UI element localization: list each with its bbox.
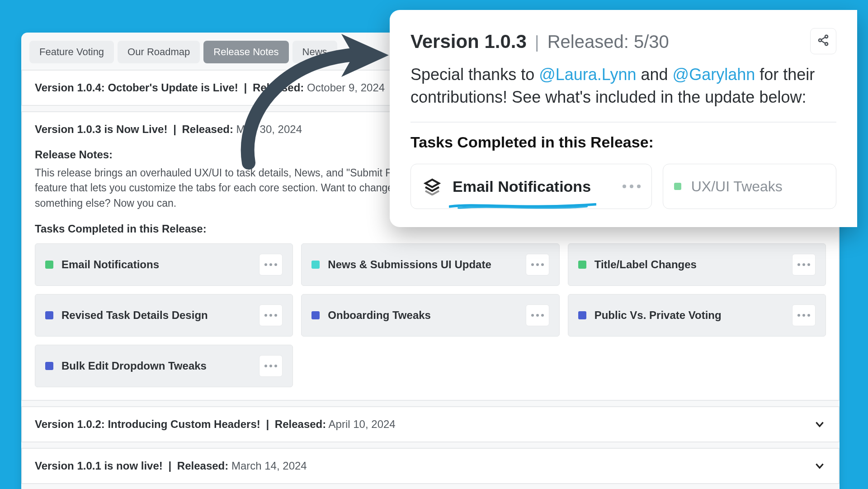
task-card[interactable]: Title/Label Changes [568, 243, 826, 286]
detail-task-card[interactable]: Email Notifications [410, 164, 652, 209]
detail-description: Special thanks to @Laura.Lynn and @Garyl… [410, 63, 836, 108]
release-date: October 9, 2024 [307, 81, 385, 94]
status-swatch [45, 261, 53, 269]
more-options-button[interactable] [623, 185, 641, 188]
more-options-button[interactable] [526, 304, 549, 326]
released-label: Released: [253, 81, 304, 94]
mention-link[interactable]: @Garylahn [673, 65, 755, 84]
task-card[interactable]: Email Notifications [35, 243, 293, 286]
release-title: Version 1.0.2: Introducing Custom Header… [35, 418, 260, 430]
task-card[interactable]: News & Submissions UI Update [301, 243, 559, 286]
task-name: Title/Label Changes [594, 258, 697, 271]
more-options-button[interactable] [259, 355, 283, 377]
highlight-underline-icon [449, 195, 596, 203]
status-swatch [674, 183, 681, 190]
release-date: April 10, 2024 [329, 418, 396, 430]
task-card[interactable]: Public Vs. Private Voting [568, 294, 826, 337]
status-swatch [311, 311, 320, 319]
release-title: Version 1.0.1 is now live! [35, 460, 163, 472]
more-options-button[interactable] [526, 254, 549, 275]
share-button[interactable] [810, 28, 836, 54]
more-options-button[interactable] [792, 254, 816, 275]
detail-title: Version 1.0.3 | Released: 5/30 [410, 31, 669, 52]
status-swatch [45, 362, 53, 370]
detail-task-row: Email Notifications UX/UI Tweaks [410, 164, 836, 209]
task-name: Bulk Edit Dropdown Tweaks [61, 360, 207, 372]
tab-feature-voting[interactable]: Feature Voting [29, 41, 114, 63]
svg-point-2 [825, 43, 828, 45]
detail-version: Version 1.0.3 [410, 31, 527, 52]
more-options-button[interactable] [259, 254, 283, 275]
svg-point-0 [819, 39, 821, 42]
task-name: Public Vs. Private Voting [594, 309, 722, 322]
status-swatch [311, 261, 320, 269]
task-card[interactable]: Bulk Edit Dropdown Tweaks [35, 345, 293, 387]
layers-icon [422, 176, 443, 197]
status-swatch [45, 311, 53, 319]
detail-task-name: UX/UI Tweaks [691, 178, 783, 195]
divider [410, 122, 836, 123]
task-name: Email Notifications [61, 258, 159, 271]
task-card[interactable]: Revised Task Details Design [35, 294, 293, 337]
release-date: May 30, 2024 [236, 123, 302, 135]
task-card[interactable]: Onboarding Tweaks [301, 294, 559, 337]
tab-our-roadmap[interactable]: Our Roadmap [118, 41, 200, 63]
tab-news[interactable]: News [292, 41, 337, 63]
mention-link[interactable]: @Laura.Lynn [539, 65, 636, 84]
release-title: Version 1.0.3 is Now Live! [35, 123, 167, 135]
task-name: Onboarding Tweaks [328, 309, 431, 322]
detail-released: Released: 5/30 [547, 32, 669, 52]
release-detail-card: Version 1.0.3 | Released: 5/30 Special t… [390, 10, 857, 227]
tab-release-notes[interactable]: Release Notes [203, 41, 288, 63]
share-icon [817, 34, 830, 48]
release-item: Version 1.0.2: Introducing Custom Header… [21, 406, 840, 442]
release-date: March 14, 2024 [231, 460, 307, 472]
released-label: Released: [275, 418, 326, 430]
more-options-button[interactable] [259, 304, 283, 326]
status-swatch [578, 311, 586, 319]
detail-tasks-heading: Tasks Completed in this Release: [410, 133, 836, 151]
task-name: Revised Task Details Design [61, 309, 208, 322]
detail-task-name: Email Notifications [453, 178, 591, 195]
detail-task-card[interactable]: UX/UI Tweaks [663, 164, 836, 209]
task-name: News & Submissions UI Update [328, 258, 491, 271]
release-header[interactable]: Version 1.0.2: Introducing Custom Header… [22, 407, 839, 442]
svg-point-1 [825, 35, 828, 38]
detail-pipe: | [535, 33, 539, 52]
released-label: Released: [177, 460, 228, 472]
release-title: Version 1.0.4: October's Update is Live! [35, 81, 238, 94]
chevron-down-icon [813, 418, 826, 431]
status-swatch [578, 261, 586, 269]
more-options-button[interactable] [792, 304, 816, 326]
chevron-down-icon [813, 460, 826, 472]
release-item: Version 1.0.1 is now live! | Released: M… [21, 448, 840, 484]
task-grid: Email NotificationsNews & Submissions UI… [35, 243, 826, 387]
released-label: Released: [182, 123, 233, 135]
release-header[interactable]: Version 1.0.1 is now live! | Released: M… [22, 449, 839, 483]
